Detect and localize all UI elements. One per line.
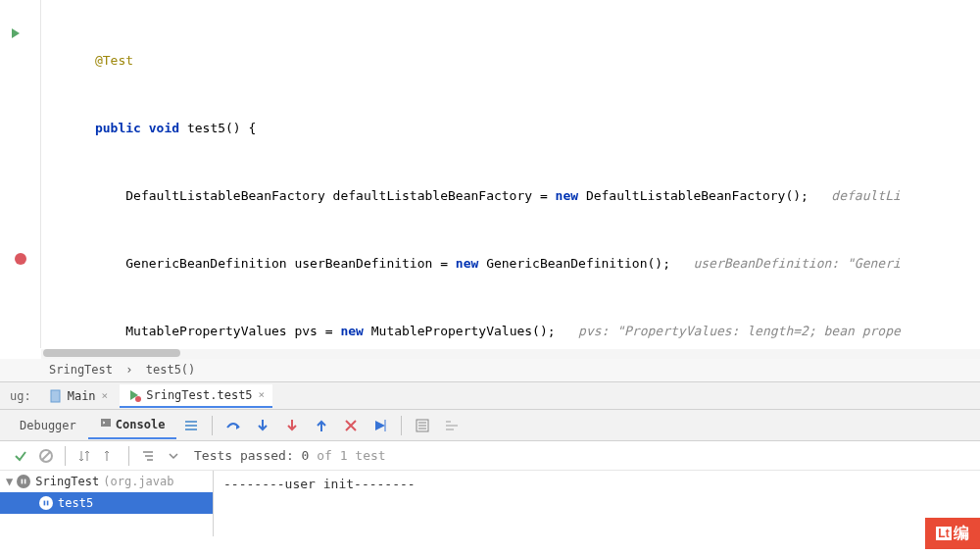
code-editor[interactable]: @Test public void test5() { DefaultLista… [41,0,980,348]
tests-status: Tests passed: 0 of 1 test [194,448,386,463]
pause-icon [39,496,53,510]
trace-icon[interactable] [439,413,465,438]
tree-root-node[interactable]: ▼ SringTest (org.javab [0,471,213,492]
skip-icon[interactable] [36,446,56,466]
debug-toolbar: Debugger Console [0,410,980,441]
annotation: @Test [95,53,133,68]
breadcrumb[interactable]: SringTest › test5() [0,359,980,382]
test-tree[interactable]: ▼ SringTest (org.javab test5 [0,471,214,536]
svg-point-2 [135,396,141,402]
expand-icon[interactable] [138,446,158,466]
svg-point-0 [15,253,26,265]
evaluate-icon[interactable] [410,413,435,438]
debugger-tab[interactable]: Debugger [8,413,88,438]
config-tab-main[interactable]: Main × [41,385,117,407]
svg-rect-9 [24,479,26,484]
breakpoint-icon[interactable] [14,252,27,266]
force-step-into-icon[interactable] [279,413,305,438]
separator [401,416,402,435]
threads-icon[interactable] [178,413,204,438]
breadcrumb-separator: › [125,363,132,377]
close-icon[interactable]: × [102,389,109,402]
check-icon[interactable] [11,446,30,466]
breadcrumb-method[interactable]: test5() [146,363,196,377]
console-output[interactable]: --------user init-------- [214,471,980,536]
close-icon[interactable]: × [259,388,266,401]
step-into-icon[interactable] [250,413,275,438]
svg-line-7 [42,452,50,460]
step-over-icon[interactable] [220,413,246,438]
console-tab[interactable]: Console [88,411,177,439]
junit-run-icon [127,388,141,402]
scrollbar-thumb[interactable] [43,349,180,357]
bottom-panel: ▼ SringTest (org.javab test5 --------use… [0,471,980,536]
step-out-icon[interactable] [309,413,334,438]
file-icon [49,389,63,403]
svg-rect-10 [44,501,46,506]
config-tab-test[interactable]: SringTest.test5 × [120,384,272,408]
sort-icon[interactable] [74,446,94,466]
pause-icon [17,475,30,488]
horizontal-scrollbar[interactable] [41,349,980,359]
svg-rect-11 [47,501,49,506]
gutter [0,0,41,348]
separator [128,446,129,466]
breadcrumb-class[interactable]: SringTest [49,363,113,377]
separator [65,446,66,466]
run-to-cursor-icon[interactable] [368,413,393,438]
expand-arrow-icon[interactable]: ▼ [6,475,13,488]
drop-frame-icon[interactable] [338,413,364,438]
run-gutter-icon[interactable] [10,27,24,41]
separator [212,416,213,435]
editor-area: @Test public void test5() { DefaultLista… [0,0,980,348]
tree-child-node[interactable]: test5 [0,492,213,514]
run-config-bar: ug: Main × SringTest.test5 × [0,382,980,410]
svg-rect-8 [22,479,24,484]
sort2-icon[interactable] [100,446,120,466]
svg-rect-1 [51,390,60,402]
more-icon[interactable] [164,446,183,466]
tests-bar: Tests passed: 0 of 1 test [0,441,980,471]
debug-label: ug: [0,389,41,403]
watermark-logo: Lt编 [925,518,980,549]
